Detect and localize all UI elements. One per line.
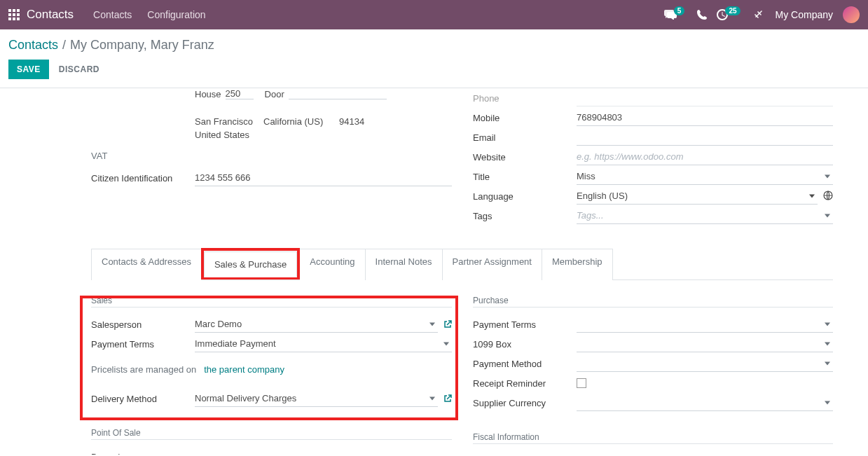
parent-company-link[interactable]: the parent company bbox=[204, 364, 284, 375]
svg-rect-8 bbox=[17, 18, 20, 20]
tab-accounting[interactable]: Accounting bbox=[300, 249, 364, 280]
receipt-reminder-checkbox[interactable] bbox=[577, 378, 586, 388]
barcode-input[interactable] bbox=[195, 448, 452, 455]
chevron-down-icon[interactable] bbox=[825, 174, 830, 178]
language-input[interactable] bbox=[577, 188, 818, 204]
sales-payment-terms-input[interactable] bbox=[195, 336, 452, 352]
delivery-method-input[interactable] bbox=[195, 390, 438, 406]
purchase-payment-terms-input[interactable] bbox=[577, 316, 833, 332]
chevron-down-icon[interactable] bbox=[429, 396, 435, 400]
svg-rect-7 bbox=[13, 18, 15, 20]
door-label: Door bbox=[265, 89, 284, 99]
breadcrumb-current: My Company, Mary Franz bbox=[70, 38, 214, 53]
chevron-down-icon[interactable] bbox=[825, 361, 830, 365]
chevron-down-icon[interactable] bbox=[825, 214, 830, 217]
messages-icon[interactable]: 5 bbox=[664, 10, 688, 20]
external-link-icon[interactable] bbox=[443, 394, 452, 403]
sales-section-title: Sales bbox=[91, 296, 452, 308]
svg-rect-2 bbox=[17, 9, 20, 12]
systray: 5 25 My Company bbox=[664, 6, 860, 23]
email-label: Email bbox=[473, 132, 577, 143]
sales-payment-terms-label: Payment Terms bbox=[91, 339, 195, 350]
avatar[interactable] bbox=[843, 6, 860, 23]
topbar: Contacts Contacts Configuration 5 25 My … bbox=[0, 0, 868, 29]
state-input[interactable]: California (US) bbox=[263, 116, 333, 127]
svg-rect-4 bbox=[13, 13, 15, 16]
svg-rect-5 bbox=[17, 13, 20, 16]
pos-section-title: Point Of Sale bbox=[91, 428, 452, 440]
payment-method-label: Payment Method bbox=[473, 359, 577, 369]
purchase-section-title: Purchase bbox=[473, 296, 833, 308]
highlight-tab: Sales & Purchase bbox=[201, 248, 300, 279]
purchase-payment-terms-label: Payment Terms bbox=[473, 319, 577, 330]
form-scroll[interactable]: House 250 Door San Francisco California … bbox=[0, 88, 868, 455]
nav-configuration[interactable]: Configuration bbox=[147, 9, 205, 20]
nav-contacts[interactable]: Contacts bbox=[93, 9, 132, 20]
breadcrumb-sep: / bbox=[62, 38, 66, 53]
svg-rect-1 bbox=[13, 9, 15, 12]
chevron-down-icon[interactable] bbox=[443, 342, 449, 345]
company-switcher[interactable]: My Company bbox=[776, 9, 833, 20]
citizen-id-input[interactable] bbox=[195, 170, 452, 186]
fiscal-section-title: Fiscal Information bbox=[473, 432, 833, 444]
chevron-down-icon[interactable] bbox=[429, 322, 435, 326]
title-label: Title bbox=[473, 172, 577, 182]
supplier-currency-input[interactable] bbox=[577, 394, 833, 410]
supplier-currency-label: Supplier Currency bbox=[473, 398, 577, 408]
vat-label: VAT bbox=[91, 151, 195, 161]
payment-method-input[interactable] bbox=[577, 355, 833, 371]
mobile-input[interactable] bbox=[577, 109, 833, 125]
website-input[interactable] bbox=[577, 148, 833, 165]
chevron-down-icon[interactable] bbox=[825, 322, 830, 326]
tab-internal-notes[interactable]: Internal Notes bbox=[365, 249, 442, 280]
chevron-down-icon[interactable] bbox=[809, 194, 815, 198]
tab-sales-purchase[interactable]: Sales & Purchase bbox=[204, 251, 297, 277]
debug-icon[interactable] bbox=[753, 10, 763, 20]
chevron-down-icon[interactable] bbox=[825, 401, 830, 404]
fiscal-position-input[interactable] bbox=[577, 452, 833, 455]
tags-label: Tags bbox=[473, 211, 577, 221]
house-label: House bbox=[195, 89, 221, 99]
citizen-id-label: Citizen Identification bbox=[91, 173, 195, 184]
language-label: Language bbox=[473, 191, 577, 202]
tabs: Contacts & Addresses Sales & Purchase Ac… bbox=[91, 248, 833, 280]
apps-icon[interactable] bbox=[8, 9, 20, 20]
discard-button[interactable]: DISCARD bbox=[59, 64, 99, 74]
save-button[interactable]: SAVE bbox=[8, 60, 49, 79]
svg-rect-3 bbox=[8, 13, 11, 16]
svg-rect-0 bbox=[8, 9, 11, 12]
title-input[interactable] bbox=[577, 168, 833, 184]
activity-icon[interactable]: 25 bbox=[717, 9, 743, 20]
tab-contacts-addresses[interactable]: Contacts & Addresses bbox=[91, 249, 201, 280]
house-input[interactable]: 250 bbox=[226, 88, 254, 99]
mobile-label: Mobile bbox=[473, 113, 577, 123]
salesperson-input[interactable] bbox=[195, 316, 438, 332]
phone-input[interactable] bbox=[577, 90, 833, 106]
pricelist-note: Pricelists are managed on the parent com… bbox=[91, 364, 284, 375]
delivery-method-label: Delivery Method bbox=[91, 394, 195, 404]
1099-box-label: 1099 Box bbox=[473, 339, 577, 350]
phone-label: Phone bbox=[473, 93, 577, 104]
app-title[interactable]: Contacts bbox=[27, 8, 74, 22]
salesperson-label: Salesperson bbox=[91, 319, 195, 330]
country-input[interactable]: United States bbox=[195, 130, 370, 140]
phone-icon[interactable] bbox=[697, 10, 707, 20]
zip-input[interactable]: 94134 bbox=[339, 116, 374, 127]
email-input[interactable] bbox=[577, 129, 833, 145]
external-link-icon[interactable] bbox=[443, 320, 452, 329]
globe-icon[interactable] bbox=[823, 191, 833, 202]
breadcrumb: Contacts / My Company, Mary Franz bbox=[8, 38, 214, 60]
door-input[interactable] bbox=[289, 88, 387, 99]
messages-badge: 5 bbox=[674, 6, 685, 15]
1099-box-input[interactable] bbox=[577, 336, 833, 352]
website-label: Website bbox=[473, 152, 577, 163]
city-input[interactable]: San Francisco bbox=[195, 116, 258, 127]
barcode-label: Barcode bbox=[91, 452, 195, 455]
chevron-down-icon[interactable] bbox=[825, 342, 830, 345]
breadcrumb-root[interactable]: Contacts bbox=[8, 38, 58, 53]
tab-membership[interactable]: Membership bbox=[542, 249, 613, 280]
tab-partner-assignment[interactable]: Partner Assignment bbox=[442, 249, 542, 280]
svg-rect-6 bbox=[8, 18, 11, 20]
tags-input[interactable] bbox=[577, 207, 833, 223]
receipt-reminder-label: Receipt Reminder bbox=[473, 378, 577, 389]
